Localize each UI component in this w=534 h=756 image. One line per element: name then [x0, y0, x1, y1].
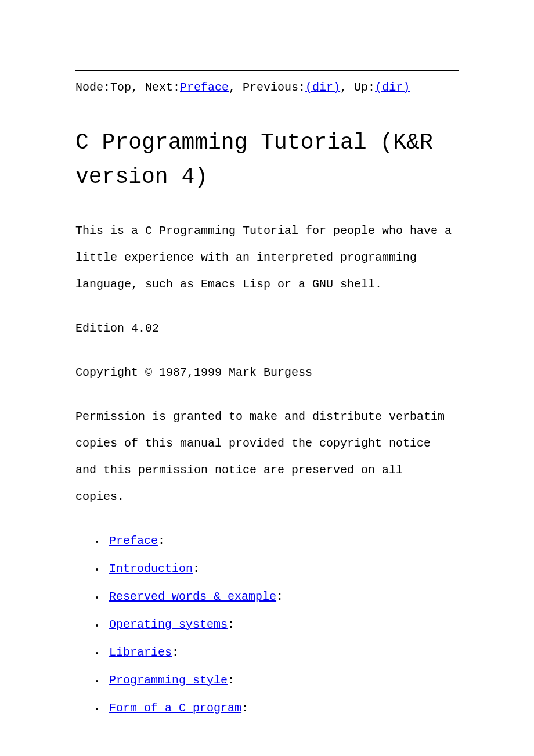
- toc-link-programming-style[interactable]: Programming style: [109, 674, 228, 687]
- next-link[interactable]: Preface: [180, 81, 229, 94]
- toc-link-introduction[interactable]: Introduction: [109, 562, 193, 575]
- list-item: Form of a C program:: [104, 695, 459, 722]
- colon: :: [158, 534, 165, 548]
- next-label: , Next:: [131, 81, 180, 94]
- permission-paragraph: Permission is granted to make and distri…: [75, 404, 459, 510]
- nav-line: Node:Top, Next:Preface, Previous:(dir), …: [75, 78, 459, 97]
- toc-link-form-of-c-program[interactable]: Form of a C program: [109, 701, 241, 715]
- colon: :: [193, 562, 200, 575]
- list-item: Programming style:: [104, 667, 459, 694]
- toc-link-libraries[interactable]: Libraries: [109, 646, 172, 659]
- page-title: C Programming Tutorial (K&R version 4): [75, 126, 459, 195]
- colon: :: [228, 674, 234, 687]
- copyright-line: Copyright © 1987,1999 Mark Burgess: [75, 359, 459, 386]
- toc-link-preface[interactable]: Preface: [109, 534, 158, 548]
- up-link[interactable]: (dir): [375, 81, 410, 94]
- list-item: Operating systems:: [104, 611, 459, 638]
- toc-list: Preface: Introduction: Reserved words & …: [75, 528, 459, 722]
- toc-link-reserved-words[interactable]: Reserved words & example: [109, 590, 276, 603]
- list-item: Introduction:: [104, 556, 459, 582]
- list-item: Libraries:: [104, 639, 459, 666]
- list-item: Preface:: [104, 528, 459, 555]
- node-value: Top: [110, 81, 131, 94]
- previous-label: , Previous:: [229, 81, 305, 94]
- intro-paragraph: This is a C Programming Tutorial for peo…: [75, 218, 459, 298]
- edition-line: Edition 4.02: [75, 315, 459, 342]
- toc-link-operating-systems[interactable]: Operating systems: [109, 618, 228, 631]
- previous-link[interactable]: (dir): [305, 81, 340, 94]
- colon: :: [228, 618, 234, 631]
- horizontal-rule: [75, 70, 459, 71]
- node-label: Node:: [75, 81, 110, 94]
- colon: :: [241, 701, 248, 715]
- up-label: , Up:: [340, 81, 375, 94]
- list-item: Reserved words & example:: [104, 584, 459, 610]
- colon: :: [276, 590, 283, 603]
- colon: :: [172, 646, 179, 659]
